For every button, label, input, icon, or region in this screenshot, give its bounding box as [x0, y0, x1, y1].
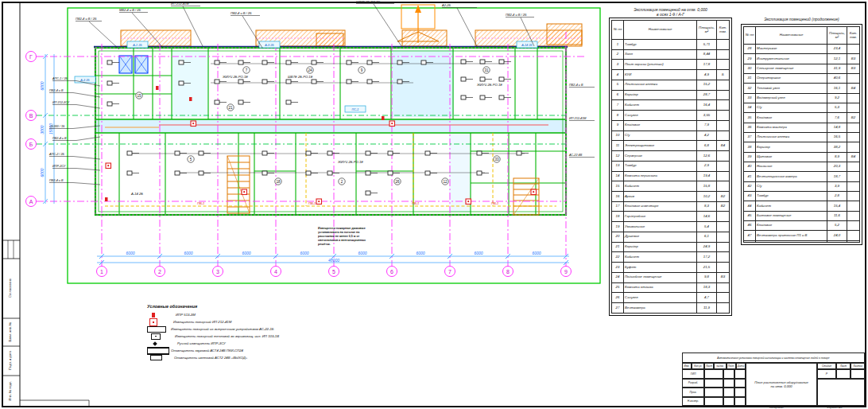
- stamp-role: Разраб.: [682, 379, 704, 388]
- col-header-area: Площадь, м²: [827, 27, 847, 45]
- col-header-note: Кат. пом.: [847, 27, 860, 45]
- svg-text:А-9 2Б: А-9 2Б: [264, 44, 274, 47]
- cell-area: 6,1: [697, 232, 717, 242]
- cell-note: В2: [717, 192, 730, 202]
- table-row: 30 Слесарное помещение 31,9 В3: [744, 64, 860, 73]
- cell-num: 17: [612, 201, 624, 212]
- cell-note: [847, 172, 860, 181]
- cell-area: 8,44: [697, 49, 717, 60]
- stamp-rev-header: Изм.: [682, 363, 692, 369]
- cell-note: [717, 303, 730, 314]
- cell-note: [717, 151, 730, 162]
- cell-area: 12,1: [827, 54, 847, 64]
- cell-note: [847, 123, 860, 132]
- sounder-icon: [147, 347, 171, 355]
- cell-name: Кладовая: [624, 120, 697, 130]
- cell-area: 40,6: [827, 73, 847, 83]
- svg-text:26: 26: [395, 180, 400, 184]
- cell-note: [717, 232, 730, 242]
- cell-num: 5: [612, 80, 624, 90]
- cell-num: 16: [612, 192, 624, 202]
- cell-num: 2: [612, 49, 624, 60]
- svg-text:АС-22 4В: АС-22 4В: [568, 154, 583, 157]
- stamp-empty-cell: [851, 369, 865, 379]
- stamp-stage-value: Р: [817, 369, 836, 379]
- svg-text:ИПР-3СУ: ИПР-3СУ: [52, 165, 66, 168]
- cell-num: 13: [612, 161, 624, 171]
- cell-note: В3: [717, 272, 730, 282]
- svg-text:ПС-1: ПС-1: [352, 108, 359, 111]
- table-row: 36 Комната мастера 14,8: [744, 123, 860, 132]
- legend-item: Извещатель пожарный тепловой во взрывоза…: [147, 333, 346, 340]
- cell-note: [847, 211, 860, 220]
- footer-copied-label: Копировал: [769, 406, 784, 409]
- stamp-rev-header: Кол.уч: [692, 363, 704, 369]
- table-row: 31 Операторская 40,6: [744, 73, 860, 83]
- svg-text:расстоянии не менее 0,5 м от: расстоянии не менее 0,5 м от: [318, 235, 359, 238]
- side-label: Взам. инв. №: [8, 322, 12, 342]
- stamp-empty-cell: [723, 379, 734, 388]
- svg-text:15: 15: [137, 94, 141, 98]
- cell-num: 25: [612, 282, 624, 293]
- svg-text:+3,000 / 1Б: +3,000 / 1Б: [49, 125, 65, 128]
- cell-name: Инструментальная: [756, 54, 827, 64]
- svg-text:ЖИУЧ 2Б.РО.1Е: ЖИУЧ 2Б.РО.1Е: [337, 160, 363, 164]
- cell-num: 4: [612, 70, 624, 80]
- legend-item: Извещатель пожарный ИП 212-41М: [147, 318, 346, 325]
- stamp-stage-header: Листов: [851, 363, 865, 369]
- cell-num: 27: [612, 303, 624, 314]
- cell-name: Душевая: [624, 232, 697, 242]
- table-row: 26 Санузел 4,7: [612, 293, 730, 303]
- stamp-role: Н.контр.: [682, 397, 704, 407]
- stamp-designation: Автоматическая установка пожарной сигнал…: [682, 353, 865, 363]
- cell-note: [717, 130, 730, 141]
- table-row: 2 Холл 8,44: [612, 49, 730, 60]
- cell-num: 33: [744, 93, 756, 103]
- svg-text:ПВ2-4 и В: ПВ2-4 и В: [49, 89, 64, 92]
- axis-label: 4: [274, 269, 277, 275]
- legend-item: Извещатель пожарный со встроенным устрой…: [147, 325, 346, 333]
- table-row: 44 Кабинет 15,4: [744, 201, 860, 211]
- cell-area: 16,5: [827, 132, 847, 142]
- axis-label: 5: [332, 269, 335, 275]
- legend-item: Оповещатель световой АСТ2 24В «ВЫХОД»: [147, 354, 346, 361]
- table-row: 40 Насосная 20,3: [744, 162, 860, 171]
- svg-text:ИП 212-41М: ИП 212-41М: [569, 117, 587, 120]
- cell-area: 23,4: [827, 45, 847, 54]
- cell-area: 7,9: [697, 120, 717, 130]
- svg-text:ЖИУЧ 2Б.РО.1Е: ЖИУЧ 2Б.РО.1Е: [476, 83, 502, 87]
- cell-name: Кабинет: [624, 181, 697, 192]
- cell-num: 35: [744, 113, 756, 123]
- stamp-rev-header: Лист: [704, 363, 714, 369]
- cell-num: 21: [612, 242, 624, 252]
- cell-num: 14: [612, 171, 624, 181]
- table-row: 6 Коридор 28,7: [612, 90, 730, 100]
- cell-name: Лестничная клетка: [756, 132, 827, 142]
- svg-text:48000: 48000: [328, 258, 339, 263]
- cell-note: В3: [847, 64, 860, 73]
- svg-text:6000: 6000: [242, 251, 250, 255]
- svg-text:ПВ2-4 и В: ПВ2-4 и В: [52, 137, 67, 140]
- cell-name: Подсобное помещение: [624, 272, 697, 282]
- axis-label: А: [29, 199, 33, 204]
- cell-num: 12: [612, 151, 624, 162]
- cell-note: [847, 45, 860, 54]
- table-row: 16 Архив 10,2 В2: [612, 192, 730, 202]
- cell-note: [847, 142, 860, 152]
- svg-text:А-3 2Б: А-3 2Б: [79, 79, 90, 82]
- cell-num: 6: [612, 90, 624, 100]
- svg-text:24: 24: [308, 68, 312, 72]
- cell-area: 16,1: [827, 84, 847, 93]
- title-block: Автоматическая установка пожарной сигнал…: [682, 353, 865, 406]
- svg-text:ПВ2-4 и В: ПВ2-4 и В: [569, 84, 583, 87]
- stamp-empty-cell: [704, 388, 723, 397]
- table-row: 38 Коридор 38,2: [744, 142, 860, 152]
- table-row: 43 Тамбур 2,8: [744, 191, 860, 201]
- table-row: 21 Коридор 24,9: [612, 242, 730, 252]
- axis-label: 9: [564, 269, 568, 275]
- cell-name: Кабинет: [756, 201, 827, 211]
- stamp-drawing-title: План расположения оборудования на отм. 0…: [746, 363, 817, 406]
- cell-name: Серверная: [624, 151, 697, 162]
- svg-text:6000: 6000: [358, 251, 366, 255]
- stamp-empty-cell: [704, 397, 723, 407]
